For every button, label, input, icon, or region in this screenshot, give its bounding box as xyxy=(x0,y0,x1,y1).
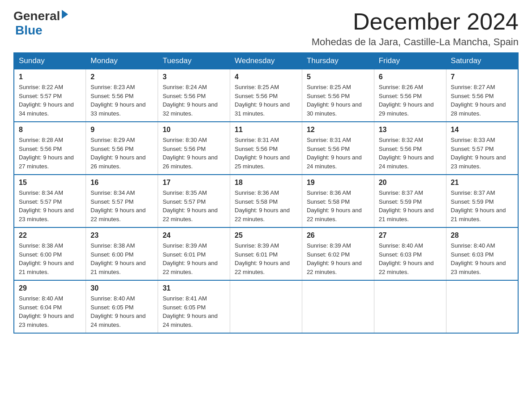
day-info: Sunrise: 8:31 AM Sunset: 5:56 PM Dayligh… xyxy=(307,136,369,171)
logo-general: General xyxy=(13,9,60,23)
calendar-day-cell xyxy=(302,280,374,333)
calendar-day-cell: 11 Sunrise: 8:31 AM Sunset: 5:56 PM Dayl… xyxy=(230,122,302,175)
page-header: General Blue December 2024 Mohedas de la… xyxy=(13,9,519,48)
calendar-day-cell: 4 Sunrise: 8:25 AM Sunset: 5:56 PM Dayli… xyxy=(230,69,302,122)
day-info: Sunrise: 8:39 AM Sunset: 6:01 PM Dayligh… xyxy=(163,241,225,276)
day-number: 10 xyxy=(163,126,225,134)
calendar-day-cell: 20 Sunrise: 8:37 AM Sunset: 5:59 PM Dayl… xyxy=(374,175,446,227)
day-info: Sunrise: 8:34 AM Sunset: 5:57 PM Dayligh… xyxy=(19,188,81,223)
calendar-day-cell xyxy=(446,280,518,333)
day-number: 26 xyxy=(307,231,369,240)
day-info: Sunrise: 8:22 AM Sunset: 5:57 PM Dayligh… xyxy=(19,83,81,118)
day-number: 2 xyxy=(90,73,153,81)
calendar-day-cell: 6 Sunrise: 8:26 AM Sunset: 5:56 PM Dayli… xyxy=(374,69,446,122)
day-info: Sunrise: 8:40 AM Sunset: 6:03 PM Dayligh… xyxy=(451,241,513,276)
calendar-day-cell: 13 Sunrise: 8:32 AM Sunset: 5:56 PM Dayl… xyxy=(374,122,446,175)
location-subtitle: Mohedas de la Jara, Castille-La Mancha, … xyxy=(312,36,519,48)
col-sunday: Sunday xyxy=(14,53,86,69)
calendar-day-cell: 23 Sunrise: 8:38 AM Sunset: 6:00 PM Dayl… xyxy=(86,227,158,280)
calendar-table: Sunday Monday Tuesday Wednesday Thursday… xyxy=(13,52,519,334)
calendar-day-cell: 14 Sunrise: 8:33 AM Sunset: 5:57 PM Dayl… xyxy=(446,122,518,175)
month-title: December 2024 xyxy=(312,9,519,34)
logo: General Blue xyxy=(13,9,68,38)
calendar-day-cell: 16 Sunrise: 8:34 AM Sunset: 5:57 PM Dayl… xyxy=(86,175,158,227)
day-number: 25 xyxy=(235,231,297,240)
day-number: 19 xyxy=(307,179,369,187)
day-number: 6 xyxy=(379,73,442,81)
calendar-day-cell: 31 Sunrise: 8:41 AM Sunset: 6:05 PM Dayl… xyxy=(158,280,230,333)
day-number: 21 xyxy=(451,179,513,187)
calendar-day-cell xyxy=(374,280,446,333)
calendar-day-cell: 21 Sunrise: 8:37 AM Sunset: 5:59 PM Dayl… xyxy=(446,175,518,227)
calendar-day-cell: 26 Sunrise: 8:39 AM Sunset: 6:02 PM Dayl… xyxy=(302,227,374,280)
calendar-day-cell: 29 Sunrise: 8:40 AM Sunset: 6:04 PM Dayl… xyxy=(14,280,86,333)
day-info: Sunrise: 8:37 AM Sunset: 5:59 PM Dayligh… xyxy=(379,188,442,223)
day-info: Sunrise: 8:33 AM Sunset: 5:57 PM Dayligh… xyxy=(451,136,513,171)
day-info: Sunrise: 8:41 AM Sunset: 6:05 PM Dayligh… xyxy=(163,294,225,329)
col-thursday: Thursday xyxy=(302,53,374,69)
calendar-day-cell: 25 Sunrise: 8:39 AM Sunset: 6:01 PM Dayl… xyxy=(230,227,302,280)
calendar-day-cell: 7 Sunrise: 8:27 AM Sunset: 5:56 PM Dayli… xyxy=(446,69,518,122)
calendar-day-cell: 8 Sunrise: 8:28 AM Sunset: 5:56 PM Dayli… xyxy=(14,122,86,175)
day-number: 22 xyxy=(19,231,81,240)
calendar-week-row: 29 Sunrise: 8:40 AM Sunset: 6:04 PM Dayl… xyxy=(14,280,518,333)
day-info: Sunrise: 8:28 AM Sunset: 5:56 PM Dayligh… xyxy=(19,136,81,171)
day-info: Sunrise: 8:30 AM Sunset: 5:56 PM Dayligh… xyxy=(163,136,225,171)
calendar-day-cell: 10 Sunrise: 8:30 AM Sunset: 5:56 PM Dayl… xyxy=(158,122,230,175)
day-info: Sunrise: 8:38 AM Sunset: 6:00 PM Dayligh… xyxy=(90,241,153,276)
day-info: Sunrise: 8:23 AM Sunset: 5:56 PM Dayligh… xyxy=(90,83,153,118)
calendar-week-row: 1 Sunrise: 8:22 AM Sunset: 5:57 PM Dayli… xyxy=(14,69,518,122)
calendar-day-cell: 15 Sunrise: 8:34 AM Sunset: 5:57 PM Dayl… xyxy=(14,175,86,227)
day-number: 18 xyxy=(235,179,297,187)
calendar-day-cell: 24 Sunrise: 8:39 AM Sunset: 6:01 PM Dayl… xyxy=(158,227,230,280)
day-number: 8 xyxy=(19,126,81,134)
calendar-day-cell: 3 Sunrise: 8:24 AM Sunset: 5:56 PM Dayli… xyxy=(158,69,230,122)
day-info: Sunrise: 8:37 AM Sunset: 5:59 PM Dayligh… xyxy=(451,188,513,223)
day-number: 27 xyxy=(379,231,442,240)
day-number: 13 xyxy=(379,126,442,134)
day-info: Sunrise: 8:38 AM Sunset: 6:00 PM Dayligh… xyxy=(19,241,81,276)
title-block: December 2024 Mohedas de la Jara, Castil… xyxy=(312,9,519,48)
day-number: 1 xyxy=(19,73,81,81)
day-number: 29 xyxy=(19,284,81,292)
col-wednesday: Wednesday xyxy=(230,53,302,69)
logo-blue: Blue xyxy=(13,23,68,38)
day-info: Sunrise: 8:32 AM Sunset: 5:56 PM Dayligh… xyxy=(379,136,442,171)
day-number: 3 xyxy=(163,73,225,81)
day-number: 30 xyxy=(90,284,153,292)
day-number: 9 xyxy=(90,126,153,134)
calendar-day-cell: 19 Sunrise: 8:36 AM Sunset: 5:58 PM Dayl… xyxy=(302,175,374,227)
day-info: Sunrise: 8:36 AM Sunset: 5:58 PM Dayligh… xyxy=(235,188,297,223)
day-info: Sunrise: 8:27 AM Sunset: 5:56 PM Dayligh… xyxy=(451,83,513,118)
day-info: Sunrise: 8:40 AM Sunset: 6:03 PM Dayligh… xyxy=(379,241,442,276)
day-info: Sunrise: 8:36 AM Sunset: 5:58 PM Dayligh… xyxy=(307,188,369,223)
day-number: 31 xyxy=(163,284,225,292)
day-info: Sunrise: 8:29 AM Sunset: 5:56 PM Dayligh… xyxy=(90,136,153,171)
day-info: Sunrise: 8:34 AM Sunset: 5:57 PM Dayligh… xyxy=(90,188,153,223)
day-number: 20 xyxy=(379,179,442,187)
calendar-day-cell: 22 Sunrise: 8:38 AM Sunset: 6:00 PM Dayl… xyxy=(14,227,86,280)
day-number: 11 xyxy=(235,126,297,134)
calendar-day-cell: 28 Sunrise: 8:40 AM Sunset: 6:03 PM Dayl… xyxy=(446,227,518,280)
day-number: 5 xyxy=(307,73,369,81)
day-number: 12 xyxy=(307,126,369,134)
day-info: Sunrise: 8:35 AM Sunset: 5:57 PM Dayligh… xyxy=(163,188,225,223)
day-number: 7 xyxy=(451,73,513,81)
day-number: 16 xyxy=(90,179,153,187)
calendar-day-cell: 27 Sunrise: 8:40 AM Sunset: 6:03 PM Dayl… xyxy=(374,227,446,280)
col-saturday: Saturday xyxy=(446,53,518,69)
col-monday: Monday xyxy=(86,53,158,69)
day-number: 15 xyxy=(19,179,81,187)
day-number: 14 xyxy=(451,126,513,134)
calendar-day-cell: 9 Sunrise: 8:29 AM Sunset: 5:56 PM Dayli… xyxy=(86,122,158,175)
day-number: 24 xyxy=(163,231,225,240)
calendar-week-row: 15 Sunrise: 8:34 AM Sunset: 5:57 PM Dayl… xyxy=(14,175,518,227)
col-friday: Friday xyxy=(374,53,446,69)
day-info: Sunrise: 8:25 AM Sunset: 5:56 PM Dayligh… xyxy=(235,83,297,118)
calendar-day-cell: 17 Sunrise: 8:35 AM Sunset: 5:57 PM Dayl… xyxy=(158,175,230,227)
calendar-day-cell xyxy=(230,280,302,333)
calendar-day-cell: 30 Sunrise: 8:40 AM Sunset: 6:05 PM Dayl… xyxy=(86,280,158,333)
day-number: 28 xyxy=(451,231,513,240)
calendar-day-cell: 5 Sunrise: 8:25 AM Sunset: 5:56 PM Dayli… xyxy=(302,69,374,122)
day-info: Sunrise: 8:31 AM Sunset: 5:56 PM Dayligh… xyxy=(235,136,297,171)
